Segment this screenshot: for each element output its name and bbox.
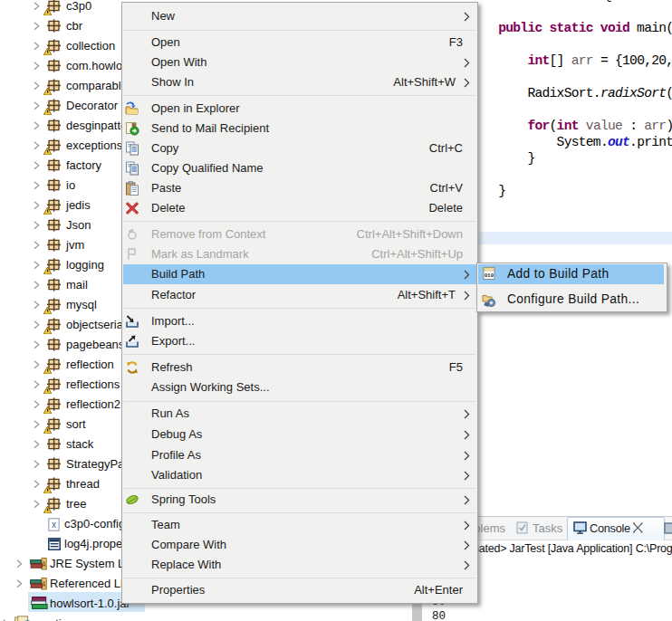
svg-text:x: x [52,520,56,530]
svg-text:010: 010 [485,272,494,279]
